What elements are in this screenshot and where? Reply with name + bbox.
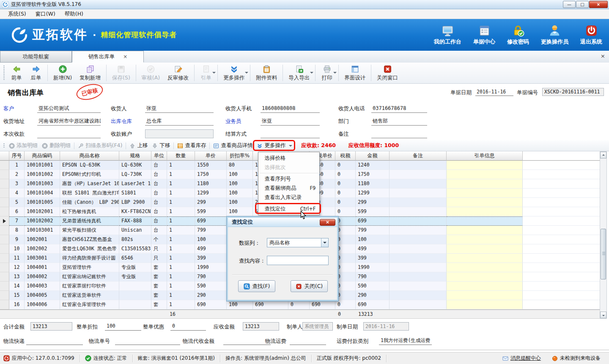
field-value-consignee-mobile[interactable]: 18608080808 — [261, 104, 320, 113]
cell[interactable]: 699 — [356, 216, 390, 226]
cell[interactable]: 0 — [335, 179, 356, 189]
select-all-corner[interactable] — [0, 151, 9, 161]
cell[interactable]: 299 — [356, 198, 390, 207]
cell[interactable] — [447, 244, 523, 254]
cell[interactable]: 13 — [9, 272, 25, 282]
field-label-warehouse[interactable]: 出库仓库 — [111, 117, 132, 126]
cell[interactable]: 699 — [195, 216, 227, 226]
cell[interactable]: 台 — [151, 198, 167, 207]
cell[interactable]: 佳能（Canon） LBP 2900+ — [60, 198, 119, 207]
menu-help[interactable]: 帮助(H) — [60, 10, 88, 19]
cell[interactable]: 只 — [151, 254, 167, 263]
column-header-2[interactable]: 商品名称 — [60, 151, 119, 161]
cell[interactable]: 1 — [167, 189, 195, 198]
row-marker[interactable] — [0, 235, 9, 244]
cell[interactable]: 0 — [335, 263, 356, 272]
cell[interactable]: 1 — [167, 272, 195, 282]
detail-button-view-stock[interactable]: 查看库存 — [175, 141, 208, 151]
cell[interactable]: 499 — [195, 244, 227, 254]
dialog-find-button[interactable]: 查找(F) — [238, 280, 275, 292]
cell[interactable] — [447, 300, 523, 309]
cell[interactable]: 100 — [227, 179, 253, 189]
cell[interactable]: 1750 — [195, 170, 227, 179]
cell[interactable]: 290 — [356, 291, 390, 300]
cell[interactable]: 0 — [288, 300, 310, 309]
cell[interactable]: 1240 — [356, 161, 390, 170]
combo-arrow-icon[interactable] — [321, 238, 328, 247]
cell[interactable]: 台 — [151, 207, 167, 216]
footer-value-logistics-freight[interactable] — [290, 337, 326, 345]
row-marker[interactable] — [0, 244, 9, 254]
cell[interactable]: 0 — [335, 198, 356, 207]
cell[interactable] — [447, 263, 523, 272]
cell[interactable]: 299 — [195, 198, 227, 207]
cell[interactable]: 100 — [227, 300, 253, 309]
row-marker[interactable] — [0, 300, 9, 309]
menu-item-select-price[interactable]: 选择价格 — [258, 153, 319, 163]
footer-value-create-date[interactable]: 2016-11-16 — [363, 322, 409, 331]
cell[interactable]: 1 — [167, 216, 195, 226]
row-marker[interactable] — [0, 272, 9, 282]
cell[interactable] — [447, 161, 523, 170]
column-header-0[interactable]: 序号 — [9, 151, 25, 161]
cell[interactable]: 590 — [195, 282, 227, 291]
footer-value-order-rebate[interactable]: 0 — [170, 322, 206, 331]
cell[interactable]: 590 — [356, 282, 390, 291]
cell[interactable]: 100 — [227, 207, 253, 216]
cell[interactable]: 红管家送货单软件 — [60, 291, 119, 300]
cell[interactable]: 专业版 — [119, 263, 151, 272]
table-row-16[interactable]: 161004006红管家仓库管理软件套169010069006900690 — [0, 300, 600, 309]
close-button[interactable]: × — [589, 1, 608, 8]
cell[interactable] — [390, 291, 447, 300]
toolbar-button-import-export[interactable]: 导入导出 — [285, 63, 313, 83]
cell[interactable]: 1990 — [356, 263, 390, 272]
cell[interactable]: 松下热敏传真机 — [60, 207, 119, 216]
cell[interactable]: 4 — [9, 189, 25, 198]
cell[interactable]: 599 — [356, 207, 390, 216]
scroll-up-icon[interactable] — [600, 152, 606, 159]
cell[interactable]: 1 — [167, 263, 195, 272]
cell[interactable]: 100101005 — [25, 198, 60, 207]
cell[interactable]: 1 — [167, 207, 195, 216]
cell[interactable]: 台 — [151, 161, 167, 170]
column-header-7[interactable]: 折扣率% — [227, 151, 253, 161]
cell[interactable] — [390, 161, 447, 170]
banner-action-switch-operator[interactable]: 更换操作员 — [541, 24, 568, 46]
cell[interactable]: KX-FT862CN — [119, 207, 151, 216]
cell[interactable] — [390, 282, 447, 291]
banner-action-change-password[interactable]: 修改密码 — [507, 24, 529, 46]
cell[interactable]: LaserJet 1020 — [119, 179, 151, 189]
cell[interactable]: 100 — [356, 235, 390, 244]
detail-button-move-down[interactable]: 下移 — [150, 141, 172, 151]
footer-value-order-discount[interactable]: 100 — [105, 322, 141, 331]
footer-value-total-amount[interactable]: 13213 — [30, 322, 72, 331]
cell[interactable]: 790 — [195, 272, 227, 282]
cell[interactable]: 0 — [335, 207, 356, 216]
row-marker[interactable] — [0, 263, 9, 272]
cell[interactable]: 1 — [167, 244, 195, 254]
footer-value-creator[interactable]: 系统管理员 — [302, 322, 333, 331]
cell[interactable] — [447, 170, 523, 179]
cell[interactable]: 爱普生LQ630K 黑色色带 — [60, 244, 119, 254]
cell[interactable] — [447, 216, 523, 226]
toolbar-button-more-actions[interactable]: 更多操作 — [219, 63, 248, 83]
field-value-consignee-phone[interactable]: 03716678678 — [371, 104, 427, 113]
cell[interactable]: 1990 — [195, 263, 227, 272]
cell[interactable] — [447, 198, 523, 207]
cell[interactable]: LQ-630K — [119, 161, 151, 170]
cell[interactable]: 台 — [151, 216, 167, 226]
cell[interactable] — [447, 272, 523, 282]
column-header-3[interactable]: 规格 — [119, 151, 151, 161]
cell[interactable]: 1002001 — [25, 235, 60, 244]
field-value-warehouse[interactable]: 总仓库 — [145, 117, 214, 126]
status-label[interactable]: 消息提醒中心 — [510, 355, 541, 362]
cell[interactable]: 1 — [9, 161, 25, 170]
cell[interactable]: 红管家仓库管理软件 — [60, 300, 119, 309]
row-marker[interactable] — [0, 226, 9, 235]
field-value-current-receipt[interactable] — [37, 129, 101, 138]
cell[interactable]: 0 — [335, 291, 356, 300]
field-value-customer[interactable]: 亚拓公司测试 — [37, 104, 101, 113]
footer-value-logistics-cod-amount[interactable] — [223, 337, 271, 345]
row-marker[interactable] — [0, 282, 9, 291]
menu-item-view-io-records[interactable]: 查看出入库记录 — [258, 193, 319, 202]
